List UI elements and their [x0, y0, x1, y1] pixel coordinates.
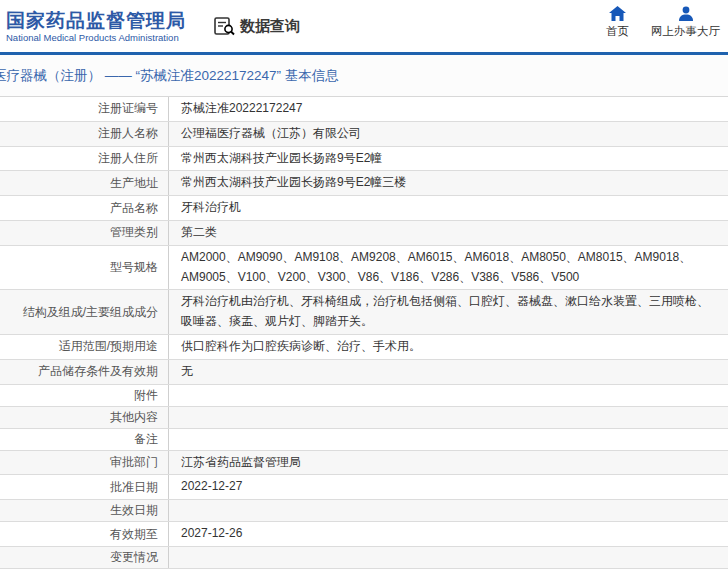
nav-item-service-hall[interactable]: 网上办事大厅	[651, 6, 720, 39]
row-value	[169, 547, 728, 568]
data-query-label: 数据查询	[240, 17, 300, 36]
page-title: 医疗器械（注册） —— “苏械注准20222172247” 基本信息	[0, 67, 339, 85]
row-value-text: 江苏省药品监督管理局	[181, 453, 301, 473]
row-label: 变更情况	[0, 547, 169, 568]
table-row: 备注	[0, 429, 728, 451]
nmpa-logo[interactable]: 国家药品监督管理局 National Medical Products Admi…	[6, 10, 186, 43]
row-value	[169, 385, 728, 406]
row-value: 常州西太湖科技产业园长扬路9号E2幢三楼	[169, 171, 728, 195]
data-query-tab[interactable]: 数据查询	[214, 16, 300, 36]
table-row: 适用范围/预期用途供口腔科作为口腔疾病诊断、治疗、手术用。	[0, 335, 728, 360]
row-value-text: 供口腔科作为口腔疾病诊断、治疗、手术用。	[181, 337, 421, 357]
nav-item-label: 网上办事大厅	[651, 24, 720, 39]
row-value: 牙科治疗机由治疗机、牙科椅组成，治疗机包括侧箱、口腔灯、器械盘、漱口给水装置、三…	[169, 290, 728, 334]
row-value: 牙科治疗机	[169, 196, 728, 220]
row-value	[169, 407, 728, 428]
row-label: 有效期至	[0, 522, 169, 546]
row-label: 适用范围/预期用途	[0, 335, 169, 359]
table-row: 管理类别第二类	[0, 221, 728, 246]
row-value-text: 常州西太湖科技产业园长扬路9号E2幢三楼	[181, 173, 406, 193]
row-value	[169, 429, 728, 450]
table-row: 结构及组成/主要组成成分牙科治疗机由治疗机、牙科椅组成，治疗机包括侧箱、口腔灯、…	[0, 290, 728, 335]
table-row: 生产地址常州西太湖科技产业园长扬路9号E2幢三楼	[0, 171, 728, 196]
nav-item-label: 首页	[606, 24, 629, 39]
table-row: 变更情况	[0, 547, 728, 569]
row-value-text: 牙科治疗机	[181, 198, 241, 218]
row-label: 管理类别	[0, 221, 169, 245]
row-value: 供口腔科作为口腔疾病诊断、治疗、手术用。	[169, 335, 728, 359]
row-label: 其他内容	[0, 407, 169, 428]
row-label: 注册人住所	[0, 147, 169, 171]
row-label: 审批部门	[0, 451, 169, 475]
table-row: 附件	[0, 385, 728, 407]
table-row: 其他内容	[0, 407, 728, 429]
nav-item-home[interactable]: 首页	[606, 6, 629, 39]
row-value: 公理福医疗器械（江苏）有限公司	[169, 122, 728, 146]
row-value: 2022-12-27	[169, 475, 728, 499]
table-row: 产品储存条件及有效期无	[0, 360, 728, 385]
table-row: 注册证编号苏械注准20222172247	[0, 97, 728, 122]
table-row: 生效日期	[0, 500, 728, 522]
row-label: 注册证编号	[0, 97, 169, 121]
row-value: 苏械注准20222172247	[169, 97, 728, 121]
row-value: 无	[169, 360, 728, 384]
row-value: 常州西太湖科技产业园长扬路9号E2幢	[169, 147, 728, 171]
row-value: 2027-12-26	[169, 522, 728, 546]
table-row: 注册人名称公理福医疗器械（江苏）有限公司	[0, 122, 728, 147]
data-query-icon	[214, 16, 236, 36]
row-value: AM2000、AM9090、AM9108、AM9208、AM6015、AM601…	[169, 246, 728, 290]
table-row: 批准日期2022-12-27	[0, 475, 728, 500]
row-label: 备注	[0, 429, 169, 450]
row-value-text: 苏械注准20222172247	[181, 99, 302, 119]
row-label: 附件	[0, 385, 169, 406]
row-value: 江苏省药品监督管理局	[169, 451, 728, 475]
row-label: 产品储存条件及有效期	[0, 360, 169, 384]
table-row: 审批部门江苏省药品监督管理局	[0, 451, 728, 476]
table-row: 产品名称牙科治疗机	[0, 196, 728, 221]
row-label: 批准日期	[0, 475, 169, 499]
table-row: 有效期至2027-12-26	[0, 522, 728, 547]
row-value-text: 无	[181, 362, 193, 382]
table-row: 注册人住所常州西太湖科技产业园长扬路9号E2幢	[0, 147, 728, 172]
row-value-text: 2022-12-27	[181, 477, 242, 497]
logo-title: 国家药品监督管理局	[6, 10, 186, 32]
row-value-text: 2027-12-26	[181, 524, 242, 544]
row-value-text: 牙科治疗机由治疗机、牙科椅组成，治疗机包括侧箱、口腔灯、器械盘、漱口给水装置、三…	[181, 292, 720, 332]
row-label: 型号规格	[0, 246, 169, 290]
row-label: 产品名称	[0, 196, 169, 220]
row-label: 注册人名称	[0, 122, 169, 146]
info-table: 注册证编号苏械注准20222172247注册人名称公理福医疗器械（江苏）有限公司…	[0, 97, 728, 569]
logo-subtitle: National Medical Products Administration	[6, 32, 186, 43]
row-label: 生产地址	[0, 171, 169, 195]
page: 国家药品监督管理局 National Medical Products Admi…	[0, 0, 728, 569]
header-nav: 首页 网上办事大厅	[606, 6, 720, 39]
row-value: 第二类	[169, 221, 728, 245]
row-value-text: 公理福医疗器械（江苏）有限公司	[181, 124, 361, 144]
row-value-text: 第二类	[181, 223, 217, 243]
breadcrumb-bar: 医疗器械（注册） —— “苏械注准20222172247” 基本信息	[0, 55, 728, 97]
home-icon	[609, 6, 626, 21]
row-label: 结构及组成/主要组成成分	[0, 290, 169, 334]
table-row: 型号规格AM2000、AM9090、AM9108、AM9208、AM6015、A…	[0, 246, 728, 291]
row-value-text: 常州西太湖科技产业园长扬路9号E2幢	[181, 149, 382, 169]
site-header: 国家药品监督管理局 National Medical Products Admi…	[0, 0, 728, 52]
row-value	[169, 500, 728, 521]
user-icon	[678, 6, 694, 21]
row-label: 生效日期	[0, 500, 169, 521]
row-value-text: AM2000、AM9090、AM9108、AM9208、AM6015、AM601…	[181, 248, 720, 288]
